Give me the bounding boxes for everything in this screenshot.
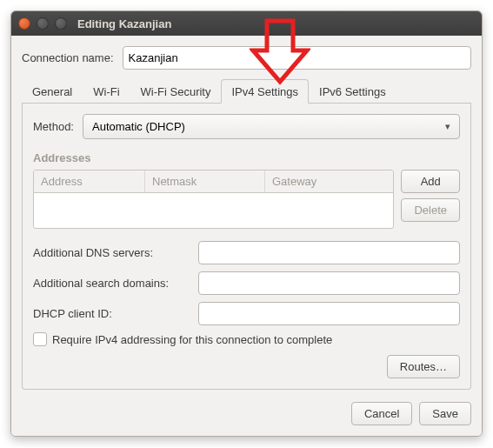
dns-input[interactable] <box>198 241 460 264</box>
require-ipv4-label: Require IPv4 addressing for this connect… <box>52 333 332 346</box>
col-netmask: Netmask <box>145 171 265 192</box>
require-ipv4-checkbox[interactable] <box>33 332 47 346</box>
tab-wifi-security[interactable]: Wi-Fi Security <box>130 79 222 104</box>
col-gateway: Gateway <box>265 171 393 192</box>
addresses-table: Address Netmask Gateway <box>33 170 394 229</box>
tab-ipv6-settings[interactable]: IPv6 Settings <box>309 79 396 104</box>
cancel-button[interactable]: Cancel <box>351 402 412 425</box>
dhcp-client-id-label: DHCP client ID: <box>33 307 190 320</box>
search-domains-input[interactable] <box>198 271 460 295</box>
method-value: Automatic (DHCP) <box>92 120 185 133</box>
content: Connection name: General Wi-Fi Wi-Fi Sec… <box>11 36 482 436</box>
method-select[interactable]: Automatic (DHCP) <box>83 114 460 139</box>
connection-name-input[interactable] <box>123 46 471 70</box>
window-controls <box>18 17 67 30</box>
window-title: Editing Kazanjian <box>77 17 171 30</box>
col-address: Address <box>34 171 145 192</box>
ipv4-panel: Method: Automatic (DHCP) Addresses Addre… <box>22 104 471 390</box>
tab-wifi[interactable]: Wi-Fi <box>83 79 130 104</box>
method-label: Method: <box>33 120 74 133</box>
network-editor-window: Editing Kazanjian Connection name: Gener… <box>10 10 483 437</box>
delete-button[interactable]: Delete <box>401 198 460 222</box>
maximize-icon[interactable] <box>55 17 67 30</box>
addresses-section-label: Addresses <box>33 151 460 164</box>
save-button[interactable]: Save <box>419 402 471 425</box>
tab-ipv4-settings[interactable]: IPv4 Settings <box>221 79 309 104</box>
routes-button[interactable]: Routes… <box>387 355 460 378</box>
connection-name-label: Connection name: <box>22 51 114 64</box>
titlebar: Editing Kazanjian <box>11 11 482 36</box>
dhcp-client-id-input[interactable] <box>198 302 460 325</box>
close-icon[interactable] <box>18 17 30 30</box>
add-button[interactable]: Add <box>401 170 460 193</box>
search-domains-label: Additional search domains: <box>33 277 190 290</box>
addresses-header: Address Netmask Gateway <box>34 171 393 193</box>
dns-label: Additional DNS servers: <box>33 246 190 259</box>
minimize-icon[interactable] <box>37 17 49 30</box>
tab-general[interactable]: General <box>22 79 83 104</box>
tab-bar: General Wi-Fi Wi-Fi Security IPv4 Settin… <box>22 78 471 104</box>
